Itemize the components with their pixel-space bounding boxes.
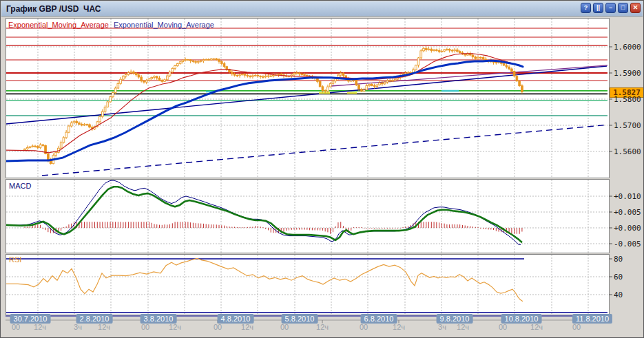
date-label: 30.7.2010 <box>10 314 51 324</box>
candle-down <box>503 63 505 65</box>
price-axis-label: 1.6000 <box>614 43 641 52</box>
candle-down <box>143 81 145 82</box>
candle-up <box>130 72 132 72</box>
candle-up <box>122 76 124 79</box>
rsi-panel <box>6 255 610 315</box>
candle-up <box>363 89 365 91</box>
candle-down <box>223 63 225 66</box>
candle-up <box>477 57 479 59</box>
candle-up <box>24 149 26 150</box>
candle-down <box>430 49 433 50</box>
candle-up <box>104 107 106 112</box>
candle-down <box>316 78 318 82</box>
date-label: 4.8.2010 <box>218 314 254 324</box>
candle-up <box>267 76 269 76</box>
candle-up <box>117 83 119 88</box>
candle-down <box>247 75 249 76</box>
rsi-axis-label: 80 <box>614 255 623 264</box>
candle-down <box>187 60 189 61</box>
candle-down <box>516 76 518 81</box>
candle-down <box>216 59 218 59</box>
candle-up <box>151 77 153 78</box>
candle-up <box>329 83 331 87</box>
candle-down <box>260 76 262 76</box>
candle-down <box>76 121 78 123</box>
candle-down <box>371 85 373 86</box>
candle-up <box>148 78 150 80</box>
hour-label: 00 <box>12 323 20 331</box>
candle-up <box>68 126 70 132</box>
candle-up <box>454 50 456 50</box>
hour-label: 12ч <box>34 323 46 331</box>
candle-down <box>510 69 512 72</box>
candle-up <box>101 112 103 116</box>
candle-up <box>179 62 181 64</box>
price-axis-label: 1.5700 <box>614 121 641 130</box>
candle-up <box>444 50 446 51</box>
candle-down <box>435 50 437 50</box>
candle-up <box>293 73 295 74</box>
hour-label: 12ч <box>98 323 110 331</box>
candle-up <box>120 79 122 83</box>
candle-down <box>218 60 220 62</box>
candle-up <box>169 72 171 76</box>
candle-up <box>423 48 425 51</box>
candle-down <box>479 57 481 58</box>
candle-up <box>174 66 176 69</box>
chart-canvas[interactable] <box>1 1 644 338</box>
candle-up <box>200 61 202 61</box>
candle-up <box>166 76 168 80</box>
candle-down <box>233 74 236 75</box>
candle-down <box>319 81 321 87</box>
candle-up <box>384 82 386 84</box>
candle-up <box>278 74 280 75</box>
candle-down <box>86 125 88 125</box>
candle-up <box>32 146 34 147</box>
candle-up <box>332 81 334 84</box>
candle-down <box>47 154 49 160</box>
candle-down <box>81 124 83 125</box>
candle-down <box>135 73 137 75</box>
candle-up <box>125 75 127 76</box>
candle-up <box>185 60 187 61</box>
candle-up <box>366 86 368 90</box>
candle-down <box>495 63 497 63</box>
date-label: 6.8.2010 <box>361 314 397 324</box>
candle-down <box>482 57 484 59</box>
hour-label: 12ч <box>316 323 329 331</box>
macd-axis-label: +0.005 <box>614 208 641 217</box>
candle-up <box>392 81 394 81</box>
candle-down <box>280 74 282 75</box>
candle-up <box>154 76 156 77</box>
candle-down <box>42 145 44 145</box>
candle-down <box>298 73 300 74</box>
candle-down <box>262 76 264 77</box>
ema-indicator-label-1: Exponential_Moving_Average <box>8 21 109 29</box>
candle-down <box>358 85 360 89</box>
candle-down <box>459 52 461 53</box>
hour-label: 00 <box>572 323 581 331</box>
candle-up <box>340 73 342 75</box>
candle-up <box>433 50 435 50</box>
candle-down <box>360 89 362 92</box>
candle-down <box>304 74 306 75</box>
macd-axis-label: +0.000 <box>614 224 641 233</box>
main-panel <box>6 19 610 178</box>
date-label: 2.8.2010 <box>76 314 113 324</box>
candle-up <box>251 76 253 76</box>
candle-down <box>472 55 474 57</box>
candle-up <box>295 73 298 74</box>
candle-up <box>70 123 72 126</box>
candle-down <box>192 61 194 61</box>
candle-down <box>324 91 326 92</box>
candle-down <box>37 147 39 148</box>
candle-up <box>415 65 417 70</box>
candle-down <box>425 48 427 50</box>
candle-down <box>257 75 259 76</box>
candle-up <box>205 60 207 61</box>
hour-label: 00 <box>141 323 149 331</box>
candle-up <box>114 88 116 93</box>
candle-up <box>379 83 381 85</box>
candle-up <box>407 72 409 73</box>
date-label: 10.8.2010 <box>501 314 542 324</box>
